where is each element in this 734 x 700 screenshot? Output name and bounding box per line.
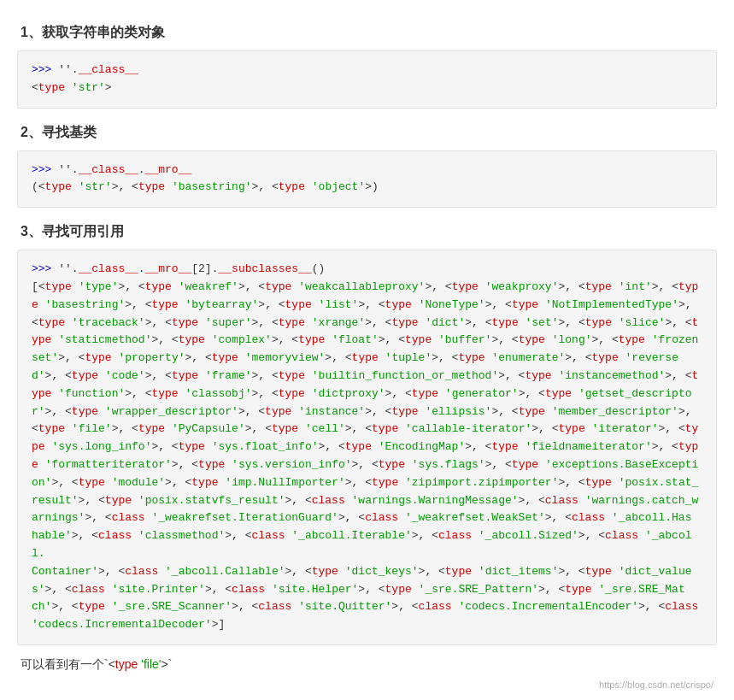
section3-title: 3、寻找可用引用: [17, 223, 717, 241]
section1-title: 1、获取字符串的类对象: [17, 24, 717, 42]
section3-code: >>> ''.__class__.__mro__[2].__subclasses…: [17, 250, 717, 645]
prompt1: >>>: [32, 63, 51, 76]
section2-title: 2、寻找基类: [17, 124, 717, 142]
attr-class: __class__: [79, 63, 138, 76]
bottom-note: 可以看到有一个`<type 'file'>`: [17, 657, 717, 673]
section2-code: >>> ''.__class__.__mro__ (<type 'str'>, …: [17, 150, 717, 209]
watermark: https://blog.csdn.net/crispo/: [17, 679, 717, 690]
section1-code: >>> ''.__class__ <type 'str'>: [17, 50, 717, 109]
